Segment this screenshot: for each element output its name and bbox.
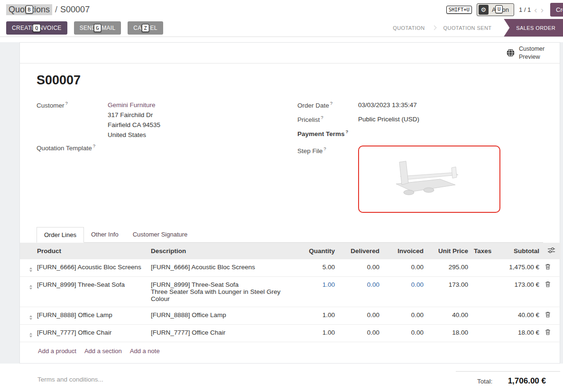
pricelist-value[interactable]: Public Pricelist (USD) [358,114,419,124]
cell-quantity[interactable]: 1.00 [290,307,338,325]
pager-next-icon[interactable]: › [541,5,544,14]
drag-handle-icon[interactable] [23,315,32,320]
hotkey-hint: Q [33,24,41,32]
create-button-label: Create [556,6,563,13]
cell-taxes[interactable] [471,277,493,307]
cell-subtotal[interactable]: 18.00 € [493,325,542,342]
drag-handle-icon[interactable] [23,333,32,337]
cell-subtotal[interactable]: 40.00 € [493,307,542,325]
tab-customer-signature[interactable]: Customer Signature [126,227,195,242]
table-row[interactable]: [FURN_8888] Office Lamp [FURN_8888] Offi… [20,307,561,325]
payment-terms-label: Payment Terms? [297,128,358,137]
delete-row-button[interactable] [545,329,551,337]
cell-taxes[interactable] [471,325,493,342]
breadcrumb-current: S00007 [60,5,90,15]
order-lines-body: [FURN_6666] Acoustic Bloc Screens [FURN_… [20,259,561,342]
delete-row-button[interactable] [545,264,551,271]
add-a-note-link[interactable]: Add a note [130,347,160,355]
tab-other-info[interactable]: Other Info [84,227,126,242]
status-step-quotation[interactable]: QUOTATION [385,25,432,31]
cell-product[interactable]: [FURN_7777] Office Chair [34,325,148,342]
drag-handle-icon[interactable] [23,267,32,272]
cell-description[interactable]: [FURN_8888] Office Lamp [148,307,290,325]
action-menu-label: Action U [491,6,510,13]
terms-and-conditions-field[interactable]: Terms and conditions... [37,371,103,386]
breadcrumb-quotations[interactable]: Quotations B [6,4,52,15]
row-action-cell [542,307,561,325]
status-step-sales-order[interactable]: SALES ORDER [504,19,563,36]
create-invoice-button[interactable]: CREATE INVOICE Q [6,21,67,35]
column-unit-price: Unit Price [426,243,471,259]
customer-link[interactable]: Gemini Furniture [108,101,156,109]
cell-subtotal[interactable]: 173.00 € [493,277,542,307]
order-lines-table: Product Description Quantity Delivered I… [20,243,560,342]
cell-unit-price[interactable]: 18.00 [426,325,471,342]
add-a-product-link[interactable]: Add a product [38,347,76,355]
cell-unit-price[interactable]: 173.00 [426,277,471,307]
customer-preview-button[interactable]: Customer Preview [506,45,551,61]
column-invoiced: Invoiced [382,243,426,259]
customer-preview-label: Customer Preview [519,45,551,61]
page-title: S00007 [37,73,543,88]
tab-order-lines[interactable]: Order Lines [37,227,84,243]
column-description: Description [148,243,290,259]
breadcrumb-separator: / [55,5,57,15]
cancel-button[interactable]: CANCEL Z [128,21,163,35]
table-row[interactable]: [FURN_8999] Three-Seat Sofa [FURN_8999] … [20,277,561,307]
field-order-date: Order Date? 03/03/2023 13:35:47 [297,100,543,114]
order-date-value[interactable]: 03/03/2023 13:35:47 [358,100,417,110]
cell-invoiced[interactable]: 0.00 [382,259,426,277]
drag-handle-icon[interactable] [23,285,32,290]
create-button[interactable]: Create [550,3,563,17]
optional-columns-button[interactable] [542,243,561,259]
cell-product[interactable]: [FURN_6666] Acoustic Bloc Screens [34,259,148,277]
cell-delivered[interactable]: 0.00 [338,277,382,307]
step-file-label: Step File? [297,146,358,155]
cell-delivered[interactable]: 0.00 [338,325,382,342]
cell-invoiced[interactable]: 0.00 [382,277,426,307]
cell-product[interactable]: [FURN_8888] Office Lamp [34,307,148,325]
cell-unit-price[interactable]: 295.00 [426,259,471,277]
total-label: Total: [477,378,492,385]
add-a-section-link[interactable]: Add a section [84,347,122,355]
delete-row-button[interactable] [545,281,551,289]
form-view: Customer Preview S00007 Customer? Gemini… [0,42,563,364]
pricelist-label: Pricelist? [297,114,358,123]
table-row[interactable]: [FURN_6666] Acoustic Bloc Screens [FURN_… [20,259,561,277]
field-grid: Customer? Gemini Furniture 317 Fairchild… [37,100,543,213]
globe-icon [506,48,515,57]
sheet-body: S00007 Customer? Gemini Furniture 317 Fa… [20,64,560,363]
cell-taxes[interactable] [471,259,493,277]
cell-description[interactable]: [FURN_8999] Three-Seat Sofa Three Seater… [148,277,290,307]
step-file-image[interactable] [358,146,500,213]
sheet-footer: Terms and conditions... Total: 1,706.00 … [0,364,563,392]
cell-description[interactable]: [FURN_6666] Acoustic Bloc Screens [148,259,290,277]
cell-subtotal[interactable]: 1,475.00 € [493,259,542,277]
step-file-3d-render-icon [379,155,479,204]
pager-previous-icon[interactable]: ‹ [534,5,537,14]
cell-taxes[interactable] [471,307,493,325]
pager-value: 1 / 1 [519,6,531,13]
cell-delivered[interactable]: 0.00 [338,259,382,277]
hotkey-hint: Z [141,24,149,32]
field-pricelist: Pricelist? Public Pricelist (USD) [297,114,543,128]
cell-invoiced[interactable]: 0.00 [382,325,426,342]
control-panel: Quotations B / S00007 SHIFT+U ⚙ Action U… [0,0,563,19]
action-menu-button[interactable]: ⚙ Action U [477,3,514,16]
table-header-row: Product Description Quantity Delivered I… [20,243,561,259]
row-drag-cell [20,277,34,307]
status-step-quotation-sent[interactable]: QUOTATION SENT [436,25,499,31]
cell-description[interactable]: [FURN_7777] Office Chair [148,325,290,342]
cell-quantity[interactable]: 1.00 [290,325,338,342]
cell-unit-price[interactable]: 40.00 [426,307,471,325]
delete-row-button[interactable] [545,311,551,319]
table-row[interactable]: [FURN_7777] Office Chair [FURN_7777] Off… [20,325,561,342]
cell-quantity[interactable]: 5.00 [290,259,338,277]
customer-label: Customer? [37,100,108,109]
send-email-button[interactable]: SEND EMAIL G [74,21,121,35]
cell-quantity[interactable]: 1.00 [290,277,338,307]
cell-delivered[interactable]: 0.00 [338,307,382,325]
cell-product[interactable]: [FURN_8999] Three-Seat Sofa [34,277,148,307]
cell-invoiced[interactable]: 0.00 [382,307,426,325]
column-subtotal: Subtotal [493,243,542,259]
